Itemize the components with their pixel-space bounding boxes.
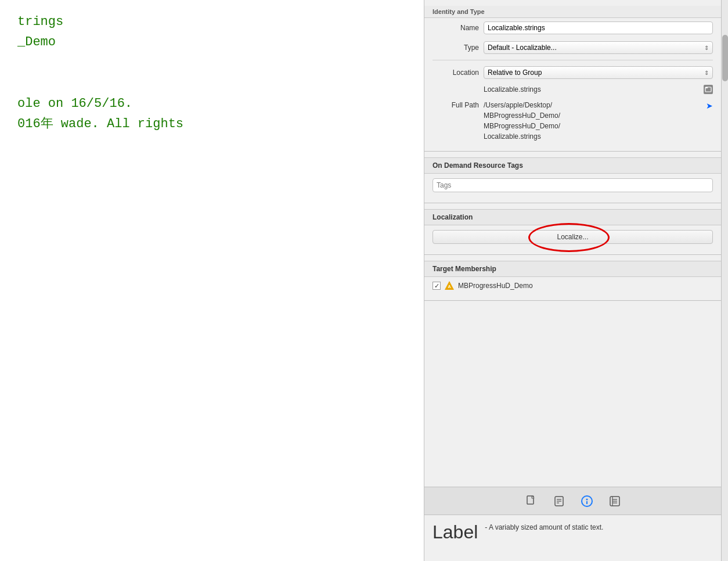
inspector-panel: Identity and Type Name Type Default - Lo… (424, 0, 721, 561)
fullpath-arrow-icon[interactable]: ➤ (706, 101, 713, 110)
target-section: Target Membership ✓ A MBProgressHuD_Demo (424, 255, 721, 301)
code-content: trings _Demo ole on 16/5/16. 016年 wade. … (17, 12, 406, 134)
svg-point-11 (586, 498, 588, 500)
inspector-content: Identity and Type Name Type Default - Lo… (424, 0, 721, 487)
help-description-text: - A variably sized amount of static text… (485, 523, 603, 531)
type-select-text: Default - Localizable... (488, 44, 557, 52)
code-line-4 (17, 73, 406, 94)
target-item-label: MBProgressHuD_Demo (458, 282, 533, 290)
svg-rect-1 (705, 87, 708, 88)
target-app-icon: A (444, 280, 455, 291)
location-label: Location (433, 69, 479, 77)
localization-section: Localization Localize... (424, 203, 721, 255)
file-name-label: Localizable.strings (484, 85, 701, 94)
code-line-6: 016年 wade. All rights (17, 114, 406, 134)
target-checkbox[interactable]: ✓ (433, 282, 441, 290)
code-line-1: trings (17, 12, 406, 32)
localize-button-container: Localize... (433, 230, 713, 244)
type-select[interactable]: Default - Localizable... ⇕ (484, 41, 713, 54)
target-section-header: Target Membership (424, 261, 721, 277)
localize-button[interactable]: Localize... (433, 230, 713, 244)
type-select-arrows: ⇕ (704, 45, 709, 51)
name-input[interactable] (484, 21, 713, 34)
bottom-toolbar (424, 487, 721, 515)
type-row: Type Default - Localizable... ⇕ (424, 38, 721, 57)
tags-section: On Demand Resource Tags (424, 152, 721, 203)
identity-section: Identity and Type Name Type Default - Lo… (424, 0, 721, 152)
file-browse-icon[interactable] (704, 85, 713, 94)
fullpath-label: Full Path (433, 100, 479, 109)
quick-help-button[interactable] (551, 493, 567, 509)
scrollbar-thumb[interactable] (722, 35, 728, 81)
code-line-5: ole on 16/5/16. (17, 94, 406, 114)
name-label: Name (433, 24, 479, 32)
identity-section-header: Identity and Type (424, 6, 721, 18)
location-select-text: Relative to Group (488, 69, 542, 77)
identity-inspector-button[interactable] (579, 493, 595, 509)
name-row: Name (424, 18, 721, 38)
type-label: Type (433, 44, 479, 52)
tags-input[interactable] (433, 178, 713, 192)
attributes-inspector-button[interactable] (607, 493, 623, 509)
fullpath-content: /Users/apple/Desktop/MBProgressHuD_Demo/… (484, 100, 702, 142)
help-description: - A variably sized amount of static text… (485, 522, 603, 533)
code-line-3 (17, 52, 406, 73)
localization-section-header: Localization (424, 209, 721, 225)
code-editor-panel: trings _Demo ole on 16/5/16. 016年 wade. … (0, 0, 424, 561)
svg-text:A: A (448, 285, 451, 289)
tags-section-header: On Demand Resource Tags (424, 157, 721, 174)
code-line-2: _Demo (17, 32, 406, 52)
file-row: Localizable.strings (424, 82, 721, 96)
help-section: Label - A variably sized amount of stati… (424, 515, 721, 561)
fullpath-row: Full Path /Users/apple/Desktop/MBProgres… (424, 96, 721, 145)
location-select-arrows: ⇕ (704, 70, 709, 76)
file-tab-button[interactable] (523, 493, 539, 509)
location-row: Location Relative to Group ⇕ (424, 63, 721, 82)
help-big-label: Label (433, 521, 478, 543)
target-item: ✓ A MBProgressHuD_Demo (424, 277, 721, 294)
scrollbar-track[interactable] (721, 0, 728, 561)
location-select[interactable]: Relative to Group ⇕ (484, 66, 713, 79)
